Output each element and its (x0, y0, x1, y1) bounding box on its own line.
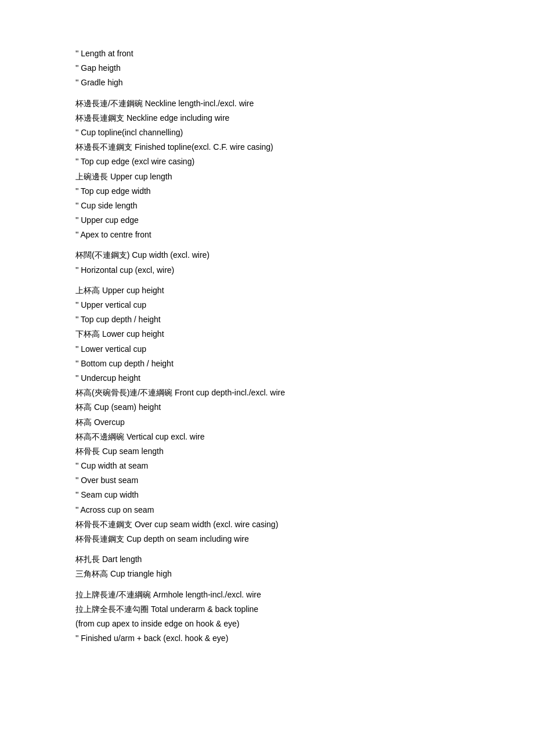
line-item: '' Finished u/arm + back (excl. hook & e… (75, 631, 499, 646)
line-item: '' Undercup height (75, 371, 499, 386)
line-item: 杯高不邊綱碗 Vertical cup excl. wire (75, 430, 499, 444)
line-item: 杯高 Overcup (75, 415, 499, 430)
line-item: '' Cup side length (75, 199, 499, 213)
line-item: '' Cup topline(incl channelling) (75, 125, 499, 140)
line-item: 杯扎長 Dart length (75, 552, 499, 567)
line-item: 拉上牌長連/不連綱碗 Armhole length-incl./excl. wi… (75, 588, 499, 602)
main-content: '' Length at front'' Gap heigth'' Gradle… (75, 46, 499, 646)
line-item: '' Top cup edge (excl wire casing) (75, 154, 499, 169)
line-item: '' Length at front (75, 46, 499, 61)
line-item: '' Gap heigth (75, 61, 499, 75)
line-item: 杯邊長連鋼支 Neckline edge including wire (75, 111, 499, 125)
line-item: '' Lower vertical cup (75, 342, 499, 357)
line-item: '' Horizontal cup (excl, wire) (75, 263, 499, 278)
line-item: 杯高(夾碗骨長)連/不連綱碗 Front cup depth-incl./exc… (75, 386, 499, 400)
line-item: 杯骨長 Cup seam length (75, 444, 499, 459)
line-item: '' Across cup on seam (75, 503, 499, 517)
line-item: '' Gradle high (75, 75, 499, 90)
line-item: '' Cup width at seam (75, 459, 499, 473)
line-item: 下杯高 Lower cup height (75, 327, 499, 341)
line-item: '' Seam cup width (75, 488, 499, 502)
line-item: 杯邊長不連鋼支 Finished topline(excl. C.F. wire… (75, 140, 499, 154)
line-item: (from cup apex to inside edge on hook & … (75, 617, 499, 631)
line-item: 上杯高 Upper cup height (75, 283, 499, 298)
line-item: 杯骨長不連鋼支 Over cup seam width (excl. wire … (75, 517, 499, 532)
line-item: '' Top cup edge width (75, 184, 499, 199)
line-item: 上碗邊長 Upper cup length (75, 170, 499, 184)
line-item: 杯高 Cup (seam) height (75, 400, 499, 415)
line-item: 杯骨長連鋼支 Cup depth on seam including wire (75, 532, 499, 546)
line-item: '' Apex to centre front (75, 228, 499, 242)
line-item: 杯闊(不連鋼支) Cup width (excl. wire) (75, 248, 499, 262)
line-item: '' Upper cup edge (75, 213, 499, 228)
line-item: '' Over bust seam (75, 473, 499, 488)
line-item: '' Bottom cup depth / height (75, 357, 499, 371)
line-item: 拉上牌全長不連勾圈 Total underarm & back topline (75, 602, 499, 617)
line-item: 三角杯高 Cup triangle high (75, 567, 499, 581)
line-item: '' Upper vertical cup (75, 298, 499, 312)
line-item: 杯邊長連/不連鋼碗 Neckline length-incl./excl. wi… (75, 96, 499, 111)
line-item: '' Top cup depth / height (75, 312, 499, 327)
